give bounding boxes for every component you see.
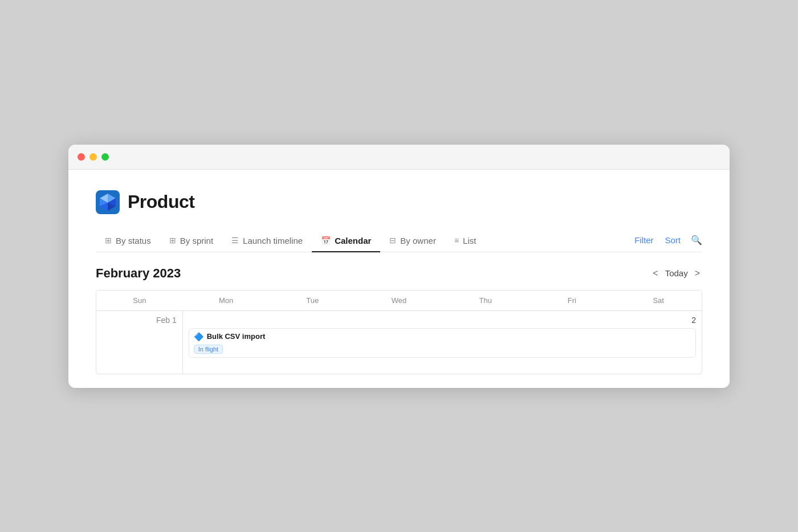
traffic-lights — [78, 153, 109, 161]
titlebar — [68, 145, 730, 170]
bulk-csv-title-w1: Bulk CSV import — [207, 332, 266, 341]
tab-launch-timeline[interactable]: ☰ Launch timeline — [222, 230, 312, 252]
tab-list[interactable]: ≡ List — [445, 230, 486, 252]
nav-actions: Filter Sort 🔍 — [633, 233, 702, 248]
next-month-button[interactable]: > — [693, 267, 702, 280]
list-tab-icon: ≡ — [454, 236, 459, 245]
day-mon: Mon — [183, 290, 270, 310]
day-thu: Thu — [442, 290, 529, 310]
day-sun: Sun — [96, 290, 183, 310]
tab-by-owner[interactable]: ⊟ By owner — [380, 230, 445, 252]
day-sat: Sat — [615, 290, 702, 310]
calendar-week-1: Feb 1 2 🔷 Bulk CSV — [96, 311, 702, 374]
calendar-weeks: Feb 1 2 🔷 Bulk CSV — [96, 311, 702, 374]
calendar-tab-icon: 📅 — [321, 236, 331, 245]
tab-by-status[interactable]: ⊞ By status — [96, 230, 160, 252]
by-owner-icon: ⊟ — [389, 236, 396, 245]
cal-cell-week1-mon-to-sat[interactable]: 2 🔷 Bulk CSV import In flight — [183, 311, 702, 374]
filter-button[interactable]: Filter — [633, 233, 654, 247]
prev-month-button[interactable]: < — [650, 267, 660, 280]
tab-by-sprint[interactable]: ⊞ By sprint — [160, 230, 222, 252]
today-button[interactable]: Today — [665, 268, 688, 278]
close-button[interactable] — [78, 153, 85, 161]
app-title: Product — [128, 191, 194, 212]
calendar-nav: < Today > — [650, 267, 702, 280]
app-header: Product — [96, 190, 702, 214]
calendar-header: February 2023 < Today > — [96, 266, 702, 281]
app-logo-icon — [96, 190, 120, 214]
date-feb1: Feb 1 — [102, 316, 177, 325]
launch-timeline-icon: ☰ — [231, 236, 239, 245]
search-icon[interactable]: 🔍 — [691, 235, 702, 245]
calendar-grid: Sun Mon Tue Wed Thu Fri Sat Feb 1 — [96, 290, 702, 374]
day-fri: Fri — [529, 290, 616, 310]
sort-button[interactable]: Sort — [663, 233, 682, 247]
by-status-icon: ⊞ — [105, 236, 112, 245]
calendar-month-title: February 2023 — [96, 266, 181, 281]
minimize-button[interactable] — [89, 153, 97, 161]
cal-cell-feb1[interactable]: Feb 1 — [96, 311, 183, 374]
by-sprint-icon: ⊞ — [169, 236, 176, 245]
bulk-csv-badge-w1: In flight — [194, 345, 223, 354]
app-window: Product ⊞ By status ⊞ By sprint ☰ Launch… — [68, 145, 730, 388]
maximize-button[interactable] — [101, 153, 109, 161]
day-tue: Tue — [269, 290, 356, 310]
main-content: Product ⊞ By status ⊞ By sprint ☰ Launch… — [68, 170, 730, 388]
event-bulk-csv-week1[interactable]: 🔷 Bulk CSV import In flight — [189, 328, 696, 358]
day-wed: Wed — [356, 290, 442, 310]
calendar-days-header: Sun Mon Tue Wed Thu Fri Sat — [96, 290, 702, 311]
nav-tabs: ⊞ By status ⊞ By sprint ☰ Launch timelin… — [96, 230, 633, 252]
bulk-csv-icon-w1: 🔷 — [194, 332, 203, 341]
tab-calendar[interactable]: 📅 Calendar — [312, 230, 380, 252]
nav-bar: ⊞ By status ⊞ By sprint ☰ Launch timelin… — [96, 230, 702, 252]
